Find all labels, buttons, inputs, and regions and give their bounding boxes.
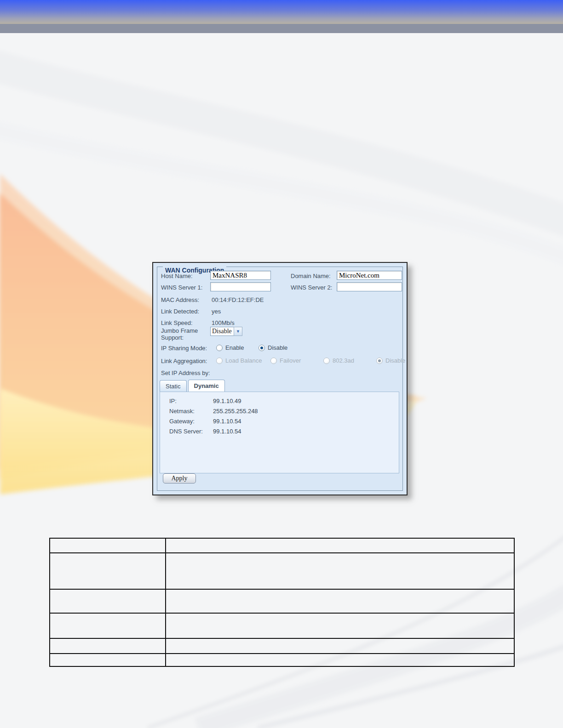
link-detected-value: yes [212,308,221,315]
link-aggregation-failover-label: Failover [280,357,301,364]
table-cell [166,538,514,553]
ip-sharing-enable-label: Enable [225,344,244,351]
jumbo-frame-select[interactable]: Disable ▼ [210,327,242,336]
wins-server-1-label: WINS Server 1: [161,284,202,291]
link-speed-label: Link Speed: [161,319,193,326]
apply-button[interactable]: Apply [163,473,196,483]
domain-name-input[interactable] [337,271,402,280]
jumbo-frame-selected-value: Disable [210,327,234,336]
netmask-row: Netmask: 255.255.255.248 [160,408,399,418]
ip-address-tabs: Static Dynamic [160,380,225,392]
dynamic-ip-panel: IP: 99.1.10.49 Netmask: 255.255.255.248 … [160,392,399,473]
host-name-input[interactable] [210,271,271,280]
mac-address-value: 00:14:FD:12:EF:DE [212,296,264,303]
table-cell [166,613,514,638]
table-cell [166,553,514,589]
header-gradient-bar [0,0,563,24]
wan-configuration-dialog: WAN Configuration Host Name: Domain Name… [152,262,408,495]
table-cell [166,638,514,654]
wins-server-1-input[interactable] [210,282,271,291]
radio-unchecked-icon[interactable] [216,345,223,351]
link-aggregation-8023ad-label: 802.3ad [333,357,354,364]
jumbo-frame-label: Jumbo Frame Support: [161,327,207,341]
ip-label: IP: [169,398,213,408]
table-cell [50,613,166,638]
link-aggregation-disable-label: Disable [385,357,405,364]
link-speed-value: 100Mb/s [212,319,235,326]
netmask-value: 255.255.255.248 [213,408,258,418]
table-cell [166,654,514,666]
table-row [50,638,514,654]
ip-sharing-mode-label: IP Sharing Mode: [161,345,207,352]
link-aggregation-load-balance-label: Load Balance [225,357,262,364]
set-ip-address-by-label: Set IP Address by: [161,370,210,376]
radio-unchecked-icon [270,358,277,364]
radio-checked-icon [376,358,383,364]
dns-server-label: DNS Server: [169,428,213,438]
tab-dynamic[interactable]: Dynamic [188,380,225,392]
table-row [50,553,514,589]
host-name-label: Host Name: [161,273,193,279]
netmask-label: Netmask: [169,408,213,418]
table-cell [50,538,166,553]
link-aggregation-load-balance-option: Load Balance [216,357,262,364]
table-row [50,613,514,638]
table-row [50,589,514,613]
ip-sharing-disable-option[interactable]: Disable [259,344,287,351]
radio-unchecked-icon [323,358,330,364]
manual-page: WAN Configuration Host Name: Domain Name… [0,0,563,728]
header-gray-band [0,24,563,33]
link-detected-label: Link Detected: [161,308,199,315]
table-row [50,654,514,666]
wins-server-2-input[interactable] [337,282,402,291]
ip-sharing-disable-label: Disable [268,344,287,351]
dns-server-row: DNS Server: 99.1.10.54 [160,428,399,438]
ip-value: 99.1.10.49 [213,398,241,408]
tab-static[interactable]: Static [160,380,187,392]
ip-sharing-enable-option[interactable]: Enable [216,344,244,351]
gateway-row: Gateway: 99.1.10.54 [160,418,399,428]
table-cell [50,589,166,613]
table-cell [166,589,514,613]
table-cell [50,638,166,654]
link-aggregation-8023ad-option: 802.3ad [323,357,354,364]
radio-unchecked-icon [216,358,223,364]
dns-server-value: 99.1.10.54 [213,428,241,438]
radio-checked-icon[interactable] [259,345,265,351]
wins-server-2-label: WINS Server 2: [291,284,332,291]
link-aggregation-label: Link Aggregation: [161,358,207,364]
link-aggregation-disable-option: Disable [376,357,405,364]
domain-name-label: Domain Name: [291,273,331,279]
table-cell [50,553,166,589]
mac-address-label: MAC Address: [161,296,199,303]
table-cell [50,654,166,666]
dropdown-arrow-icon[interactable]: ▼ [234,327,242,336]
gateway-value: 99.1.10.54 [213,418,241,428]
link-aggregation-failover-option: Failover [270,357,301,364]
ip-row: IP: 99.1.10.49 [160,398,399,408]
description-table [49,538,515,667]
gateway-label: Gateway: [169,418,213,428]
table-row [50,538,514,553]
